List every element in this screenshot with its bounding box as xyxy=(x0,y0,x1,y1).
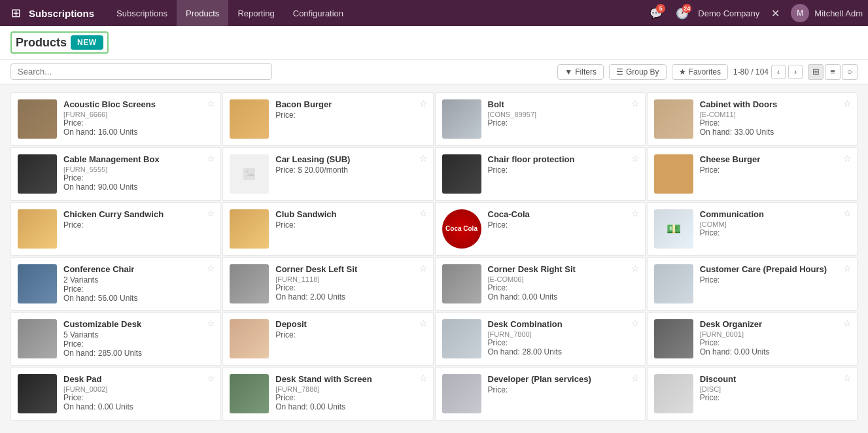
product-name: Corner Desk Left Sit xyxy=(275,264,426,275)
product-stock: On hand: 28.00 Units xyxy=(488,347,638,356)
favorites-button[interactable]: ★ Favorites xyxy=(672,64,728,80)
product-image xyxy=(442,99,481,139)
kanban-view-button[interactable]: ⊞ xyxy=(808,64,824,80)
product-card[interactable]: Car Leasing (SUB)Price: $ 20.00/month☆ xyxy=(222,147,433,201)
favorite-button[interactable]: ☆ xyxy=(631,153,640,164)
favorite-button[interactable]: ☆ xyxy=(419,263,428,273)
nav-products[interactable]: Products xyxy=(177,0,228,26)
product-card[interactable]: Desk Combination[FURN_7800]Price:On hand… xyxy=(435,312,646,366)
product-card[interactable]: 💵Communication[COMM]Price:☆ xyxy=(647,202,858,256)
product-card[interactable]: Corner Desk Left Sit[FURN_1118]Price:On … xyxy=(222,257,433,311)
avatar[interactable]: M xyxy=(791,4,809,22)
product-info: Coca-ColaPrice: xyxy=(488,209,638,230)
product-image xyxy=(230,374,269,413)
product-price: Price: xyxy=(63,393,214,402)
product-card[interactable]: Cable Management Box[FURN_5555]Price:On … xyxy=(10,147,221,201)
product-name: Corner Desk Right Sit xyxy=(488,264,638,275)
favorite-button[interactable]: ☆ xyxy=(631,98,640,109)
favorite-button[interactable]: ☆ xyxy=(843,318,852,328)
favorite-button[interactable]: ☆ xyxy=(631,373,640,383)
favorite-button[interactable]: ☆ xyxy=(843,373,852,383)
product-card[interactable]: Desk Stand with Screen[FURN_7888]Price:O… xyxy=(222,367,433,421)
favorite-button[interactable]: ☆ xyxy=(843,208,852,218)
favorite-button[interactable]: ☆ xyxy=(207,153,215,164)
product-image xyxy=(230,319,269,358)
prev-page-button[interactable]: ‹ xyxy=(771,65,786,79)
product-card[interactable]: Developer (Plan services)Price:☆ xyxy=(435,367,646,421)
product-card[interactable]: Club SandwichPrice:☆ xyxy=(222,202,433,256)
nav-reporting[interactable]: Reporting xyxy=(228,0,283,26)
product-card[interactable]: Customizable Desk5 VariantsPrice:On hand… xyxy=(10,312,221,366)
product-card[interactable]: Customer Care (Prepaid Hours)Price:☆ xyxy=(647,257,858,311)
product-card[interactable]: Chair floor protectionPrice:☆ xyxy=(435,147,646,201)
list-view-button[interactable]: ≡ xyxy=(825,64,841,80)
product-card[interactable]: Cabinet with Doors[E-COM11]Price:On hand… xyxy=(647,92,858,146)
product-card[interactable]: Conference Chair2 VariantsPrice:On hand:… xyxy=(10,257,221,311)
favorite-button[interactable]: ☆ xyxy=(843,153,852,164)
nav-configuration[interactable]: Configuration xyxy=(284,0,353,26)
product-info: Desk Organizer[FURN_0001]Price:On hand: … xyxy=(700,319,850,356)
product-image xyxy=(654,374,693,413)
favorite-button[interactable]: ☆ xyxy=(419,153,428,164)
settings-icon[interactable]: ✕ xyxy=(765,3,786,24)
product-ref: [FURN_7888] xyxy=(275,385,426,393)
new-button[interactable]: NEW xyxy=(71,35,103,50)
favorite-button[interactable]: ☆ xyxy=(419,318,428,328)
username[interactable]: Mitchell Adm xyxy=(814,9,863,18)
favorite-button[interactable]: ☆ xyxy=(631,263,640,273)
product-info: Club SandwichPrice: xyxy=(275,209,426,230)
favorite-button[interactable]: ☆ xyxy=(207,318,215,328)
nav-subscriptions[interactable]: Subscriptions xyxy=(107,0,177,26)
favorite-button[interactable]: ☆ xyxy=(843,98,852,109)
product-card[interactable]: Coca ColaCoca-ColaPrice:☆ xyxy=(435,202,646,256)
product-image xyxy=(230,209,269,249)
topbar: ⊞ Subscriptions Subscriptions Products R… xyxy=(0,0,868,26)
groupby-button[interactable]: ☰ Group By xyxy=(609,64,667,80)
product-card[interactable]: Chicken Curry SandwichPrice:☆ xyxy=(10,202,221,256)
favorite-button[interactable]: ☆ xyxy=(207,98,215,109)
search-input[interactable] xyxy=(10,63,272,80)
favorite-button[interactable]: ☆ xyxy=(419,98,428,109)
favorite-button[interactable]: ☆ xyxy=(631,208,640,218)
product-price: Price: xyxy=(275,393,426,402)
product-price: Price: xyxy=(488,385,638,394)
product-price: Price: xyxy=(63,118,214,128)
favorite-button[interactable]: ☆ xyxy=(419,373,428,383)
favorite-button[interactable]: ☆ xyxy=(207,263,215,273)
product-info: Customizable Desk5 VariantsPrice:On hand… xyxy=(63,319,214,358)
app-name[interactable]: Subscriptions xyxy=(29,8,94,19)
product-image xyxy=(18,319,57,358)
product-card[interactable]: Corner Desk Right Sit[E-COM06]Price:On h… xyxy=(435,257,646,311)
product-ref: [FURN_5555] xyxy=(63,165,214,173)
next-page-button[interactable]: › xyxy=(788,65,803,79)
product-card[interactable]: Bolt[CONS_89957]Price:☆ xyxy=(435,92,646,146)
company-name[interactable]: Demo Company xyxy=(698,9,759,18)
product-ref: [FURN_0002] xyxy=(63,385,214,393)
favorite-button[interactable]: ☆ xyxy=(843,263,852,273)
title-area: Products NEW xyxy=(10,31,109,54)
product-image: Coca Cola xyxy=(442,209,481,249)
product-price: Price: $ 20.00/month xyxy=(275,165,426,175)
more-view-button[interactable]: ○ xyxy=(842,64,858,80)
product-card[interactable]: Acoustic Bloc Screens[FURN_6666]Price:On… xyxy=(10,92,221,146)
product-info: Desk Pad[FURN_0002]Price:On hand: 0.00 U… xyxy=(63,374,214,411)
product-card[interactable]: Discount[DISC]Price:☆ xyxy=(647,367,858,421)
product-image xyxy=(442,374,481,413)
product-card[interactable]: Bacon BurgerPrice:☆ xyxy=(222,92,433,146)
filters-button[interactable]: ▼ Filters xyxy=(557,64,604,80)
product-card[interactable]: DepositPrice:☆ xyxy=(222,312,433,366)
product-image xyxy=(18,99,57,139)
messages-icon[interactable]: 💬 5 xyxy=(646,3,667,24)
product-card[interactable]: Desk Organizer[FURN_0001]Price:On hand: … xyxy=(647,312,858,366)
favorite-button[interactable]: ☆ xyxy=(419,208,428,218)
apps-icon[interactable]: ⊞ xyxy=(5,3,26,24)
activities-icon[interactable]: 🕐 24 xyxy=(672,3,693,24)
favorite-button[interactable]: ☆ xyxy=(631,318,640,328)
product-info: Bolt[CONS_89957]Price: xyxy=(488,99,638,128)
product-card[interactable]: Desk Pad[FURN_0002]Price:On hand: 0.00 U… xyxy=(10,367,221,421)
favorite-button[interactable]: ☆ xyxy=(207,208,215,218)
favorite-button[interactable]: ☆ xyxy=(207,373,215,383)
product-card[interactable]: Cheese BurgerPrice:☆ xyxy=(647,147,858,201)
messages-badge: 5 xyxy=(656,4,665,13)
product-name: Desk Combination xyxy=(488,319,638,330)
